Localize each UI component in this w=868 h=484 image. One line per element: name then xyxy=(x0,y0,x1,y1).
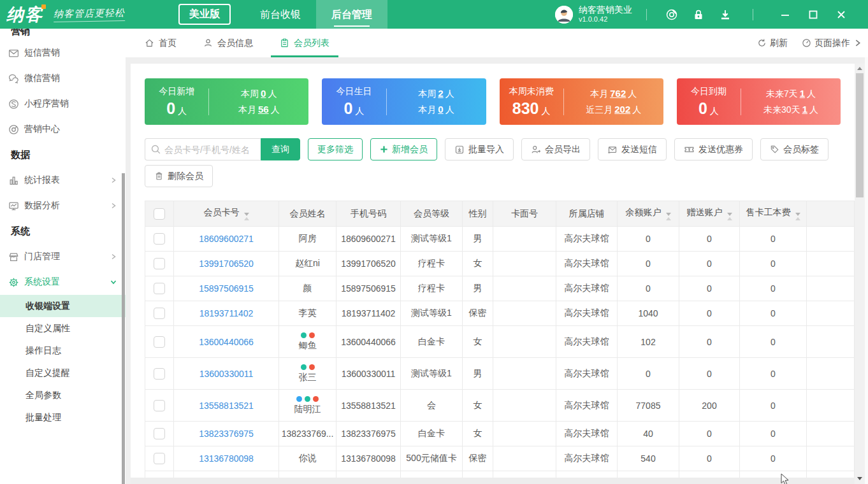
sidebar-item-sms-marketing[interactable]: 短信营销 xyxy=(0,40,126,66)
row-checkbox[interactable] xyxy=(154,233,165,245)
balance-cell: 40 xyxy=(618,422,679,446)
scroll-up-arrow[interactable] xyxy=(857,67,862,70)
refresh-button[interactable]: 刷新 xyxy=(757,38,788,49)
col-card-no[interactable]: 会员卡号 xyxy=(174,201,279,227)
stat-card-birthday-today[interactable]: 今日生日 0人 本周2人 本月0人 xyxy=(322,78,486,125)
sort-carets[interactable] xyxy=(795,213,800,220)
col-gender: 性别 xyxy=(463,201,493,227)
delete-member-button[interactable]: 删除会员 xyxy=(145,165,213,187)
sidebar-scrollbar[interactable] xyxy=(122,173,125,484)
name-cell: 张三 xyxy=(279,358,336,390)
row-checkbox[interactable] xyxy=(154,453,165,464)
gift-cell: 200 xyxy=(679,390,740,422)
search-input[interactable] xyxy=(145,138,261,160)
member-card-no-link[interactable]: 18193711402 xyxy=(199,308,254,318)
download-icon[interactable] xyxy=(719,8,732,21)
sidebar-item-wechat-marketing[interactable]: 微信营销 xyxy=(0,66,126,91)
member-card-no-link[interactable]: 13600440066 xyxy=(199,337,254,347)
close-icon[interactable] xyxy=(827,0,855,29)
filler-cell xyxy=(807,276,855,301)
member-card-no-link[interactable]: 13558813521 xyxy=(199,401,254,411)
sort-carets[interactable] xyxy=(666,213,671,220)
avatar[interactable] xyxy=(555,6,573,24)
card-no-cell: 18609600271 xyxy=(174,227,279,252)
top-nav: 前台收银 后台管理 xyxy=(245,0,387,29)
row-checkbox[interactable] xyxy=(154,336,165,348)
send-sms-button[interactable]: 发送短信 xyxy=(598,138,667,160)
filler-cell xyxy=(807,326,855,358)
row-checkbox[interactable] xyxy=(154,283,165,294)
member-card-no-link[interactable]: 13600330011 xyxy=(199,369,254,379)
maximize-icon[interactable] xyxy=(799,0,827,29)
send-coupon-button[interactable]: 发送优惠券 xyxy=(674,138,753,160)
stat-card-new-today[interactable]: 今日新增 0人 本周0人 本月56人 xyxy=(145,78,308,125)
sidebar-subitem-operation-log[interactable]: 操作日志 xyxy=(0,339,126,362)
sidebar-item-marketing-center[interactable]: 营销中心 xyxy=(0,117,126,142)
sidebar-subitem-batch-process[interactable]: 批量处理 xyxy=(0,406,126,429)
member-card-no-link[interactable]: 18609600271 xyxy=(199,234,254,244)
nav-back-manage[interactable]: 后台管理 xyxy=(316,0,387,29)
coupon-icon xyxy=(684,144,695,155)
stat-card-no-consume-week[interactable]: 本周未消费 830人 本月762人 近三月202人 xyxy=(500,78,663,125)
row-checkbox[interactable] xyxy=(154,308,165,319)
sort-carets[interactable] xyxy=(727,213,732,220)
sidebar-item-store-manage[interactable]: 门店管理 xyxy=(0,244,126,269)
row-checkbox[interactable] xyxy=(154,400,165,411)
row-checkbox[interactable] xyxy=(154,428,165,439)
sort-carets[interactable] xyxy=(244,213,249,220)
name-cell: 鲫鱼 xyxy=(279,326,336,358)
member-card-no-link[interactable]: 13991706520 xyxy=(199,259,254,269)
gift-cell: 0 xyxy=(679,326,740,358)
more-filter-button[interactable]: 更多筛选 xyxy=(308,138,363,160)
phone-cell: 13823376975 xyxy=(336,422,401,446)
list-icon xyxy=(280,38,289,48)
sidebar: 营销 短信营销 微信营销 小程序营销 营销中心 数据 统计报表 数据分析 xyxy=(0,29,126,484)
empty-cell xyxy=(336,471,401,478)
stat-card-expire-today[interactable]: 今日到期 0人 未来7天1人 未来30天1人 xyxy=(677,78,841,125)
select-all-checkbox[interactable] xyxy=(154,208,165,220)
col-balance[interactable]: 余额账户 xyxy=(618,201,679,227)
sidebar-item-miniapp-marketing[interactable]: 小程序营销 xyxy=(0,91,126,117)
service-icon[interactable] xyxy=(665,8,678,21)
balance-cell: 0 xyxy=(618,252,679,276)
export-member-button[interactable]: 会员导出 xyxy=(521,138,590,160)
phone-cell: 13136780098 xyxy=(336,446,401,471)
gift-cell: 0 xyxy=(679,446,740,471)
minimize-icon[interactable] xyxy=(771,0,799,29)
member-card-no-link[interactable]: 13136780098 xyxy=(199,453,254,464)
plus-icon xyxy=(380,145,388,153)
row-checkbox[interactable] xyxy=(154,258,165,269)
phone-cell: 13600440066 xyxy=(336,326,401,358)
sidebar-item-system-settings[interactable]: 系统设置 xyxy=(0,269,126,295)
sidebar-subitem-custom-reminder[interactable]: 自定义提醒 xyxy=(0,362,126,384)
member-card-no-link[interactable]: 15897506915 xyxy=(199,283,254,294)
col-gift[interactable]: 赠送账户 xyxy=(679,201,740,227)
vertical-scrollbar[interactable] xyxy=(855,64,865,484)
sidebar-subitem-cashier-settings[interactable]: 收银端设置 xyxy=(0,295,126,317)
tab-home[interactable]: 首页 xyxy=(136,29,185,57)
member-tag-button[interactable]: 会员标签 xyxy=(760,138,828,160)
col-card-fee[interactable]: 售卡工本费 xyxy=(740,201,807,227)
edition-badge-button[interactable]: 美业版 xyxy=(178,4,231,25)
checkbox-cell xyxy=(145,390,174,422)
gender-cell: 男 xyxy=(463,358,493,390)
sidebar-subitem-global-params[interactable]: 全局参数 xyxy=(0,384,126,406)
sidebar-item-report[interactable]: 统计报表 xyxy=(0,167,126,193)
scroll-down-arrow[interactable] xyxy=(857,477,862,480)
card-face-cell xyxy=(493,252,556,276)
member-card-no-link[interactable]: 13823376975 xyxy=(199,429,254,439)
lock-icon[interactable] xyxy=(692,8,705,21)
tab-member-info[interactable]: 会员信息 xyxy=(194,29,262,57)
horizontal-scrollbar[interactable] xyxy=(131,478,855,484)
empty-cell xyxy=(174,471,279,478)
scrollbar-thumb[interactable] xyxy=(856,73,864,197)
query-button[interactable]: 查询 xyxy=(261,138,300,160)
tab-member-list[interactable]: 会员列表 xyxy=(271,29,338,57)
add-member-button[interactable]: 新增会员 xyxy=(370,138,437,160)
nav-front-cashier[interactable]: 前台收银 xyxy=(245,0,316,29)
sidebar-subitem-custom-attrs[interactable]: 自定义属性 xyxy=(0,317,126,339)
row-checkbox[interactable] xyxy=(154,368,165,380)
batch-import-button[interactable]: 批量导入 xyxy=(445,138,514,160)
page-actions-button[interactable]: 页面操作 xyxy=(802,38,862,49)
sidebar-item-data-analysis[interactable]: 数据分析 xyxy=(0,193,126,218)
